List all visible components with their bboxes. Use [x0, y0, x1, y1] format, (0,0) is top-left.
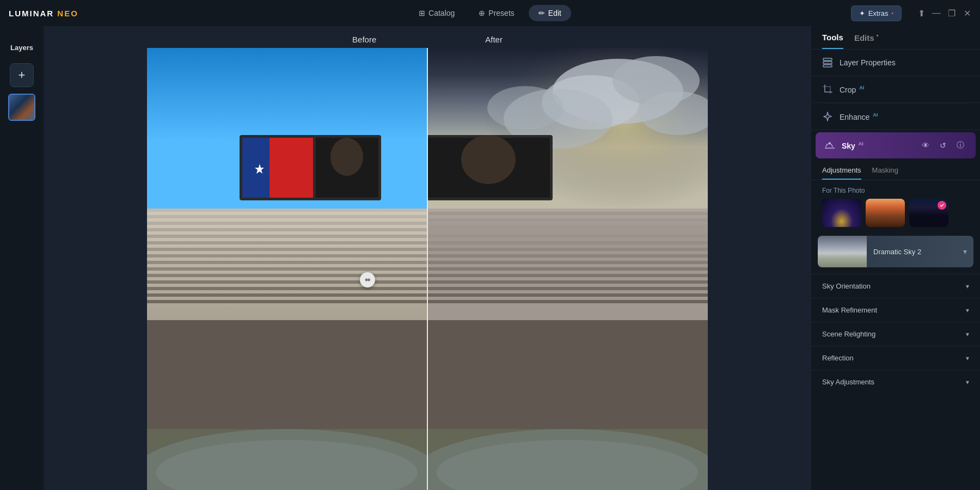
minimize-btn[interactable]: —	[932, 9, 941, 17]
svg-rect-9	[147, 254, 427, 258]
divider-handle[interactable]: ⇔	[360, 272, 375, 287]
crop-icon	[822, 84, 833, 95]
sky-tool-icons: 👁 ↺ ⓘ	[919, 139, 967, 152]
main-area: Layers + Before After	[0, 26, 980, 490]
layers-title: Layers	[10, 44, 33, 52]
svg-point-63	[829, 142, 831, 144]
enhance-icon	[822, 111, 833, 122]
photo-before	[147, 48, 427, 490]
svg-rect-4	[147, 222, 427, 225]
svg-rect-38	[427, 209, 708, 212]
window-controls: ⬆ — ❐ ✕	[917, 9, 971, 17]
sky-orientation-chevron-icon: ▾	[966, 283, 969, 290]
svg-rect-47	[427, 267, 708, 271]
divider-arrows-icon: ⇔	[365, 276, 370, 284]
upload-btn[interactable]: ⬆	[917, 9, 926, 17]
reflection-header[interactable]: Reflection ▾	[811, 346, 980, 370]
preset-active-indicator	[938, 201, 946, 210]
tools-tab[interactable]: Tools	[822, 33, 843, 49]
sky-ai-badge: AI	[859, 141, 863, 146]
sky-adjustments-chevron-icon: ▾	[966, 378, 969, 386]
layers-panel: Layers +	[0, 26, 44, 490]
sky-adjustments-header[interactable]: Sky Adjustments ▾	[811, 370, 980, 394]
crop-tool[interactable]: Crop AI	[811, 76, 980, 103]
sky-selector-label: Dramatic Sky 2	[867, 248, 963, 256]
svg-point-55	[461, 135, 516, 184]
svg-rect-40	[427, 222, 708, 225]
svg-rect-7	[147, 241, 427, 244]
layer-properties-label: Layer Properties	[840, 58, 969, 67]
edits-tab[interactable]: Edits •	[854, 33, 878, 49]
extras-icon: ✦	[859, 9, 865, 17]
edits-dot: •	[877, 33, 879, 39]
enhance-label: Enhance AI	[840, 112, 969, 121]
svg-rect-3	[147, 215, 427, 218]
sky-icon	[824, 140, 835, 151]
nav-bar: ⊞ Catalog ⊕ Presets ✏ Edit	[409, 5, 571, 21]
svg-rect-59	[427, 429, 708, 490]
layer-properties-tool[interactable]: Layer Properties	[811, 50, 980, 76]
svg-rect-44	[427, 248, 708, 251]
presets-nav-btn[interactable]: ⊕ Presets	[469, 5, 524, 21]
reflection-label: Reflection	[822, 354, 854, 362]
svg-rect-13	[147, 280, 427, 284]
titlebar: LUMINAR NEO ⊞ Catalog ⊕ Presets ✏ Edit ✦…	[0, 0, 980, 26]
mask-refinement-header[interactable]: Mask Refinement ▾	[811, 298, 980, 322]
sky-eye-icon[interactable]: 👁	[919, 139, 932, 152]
mask-refinement-label: Mask Refinement	[822, 306, 877, 314]
svg-point-24	[330, 138, 363, 176]
add-layer-button[interactable]: +	[10, 63, 34, 87]
edit-nav-btn[interactable]: ✏ Edit	[529, 5, 571, 21]
app-logo: LUMINAR NEO	[9, 9, 78, 18]
svg-rect-45	[427, 254, 708, 258]
svg-rect-8	[147, 248, 427, 251]
maximize-btn[interactable]: ❐	[947, 9, 956, 17]
edit-icon: ✏	[538, 9, 545, 17]
photo-after	[427, 48, 708, 490]
sky-label: Sky AI	[842, 141, 863, 150]
adjustments-tab[interactable]: Adjustments	[822, 166, 861, 180]
svg-rect-16	[147, 300, 427, 303]
crop-ai-badge: AI	[859, 85, 864, 90]
catalog-icon: ⊞	[419, 9, 425, 17]
svg-rect-11	[147, 267, 427, 271]
sky-info-icon[interactable]: ⓘ	[954, 139, 967, 152]
svg-rect-10	[147, 261, 427, 264]
layer-thumbnail[interactable]	[8, 94, 35, 121]
for-this-photo-label: For This Photo	[811, 180, 980, 199]
sky-preset-1[interactable]	[822, 199, 861, 227]
sky-orientation-header[interactable]: Sky Orientation ▾	[811, 274, 980, 298]
after-label: After	[474, 33, 513, 46]
extras-button[interactable]: ✦ Extras •	[851, 5, 902, 21]
right-panel: Tools Edits • Layer Properties	[811, 26, 980, 490]
sky-orientation-label: Sky Orientation	[822, 282, 871, 290]
extras-dot: •	[891, 10, 893, 16]
svg-rect-28	[147, 429, 427, 490]
svg-rect-5	[147, 228, 427, 231]
svg-rect-43	[427, 241, 708, 244]
scene-relighting-header[interactable]: Scene Relighting ▾	[811, 322, 980, 346]
svg-rect-14	[147, 287, 427, 290]
svg-rect-52	[427, 300, 708, 303]
catalog-nav-btn[interactable]: ⊞ Catalog	[409, 5, 464, 21]
sky-tool[interactable]: Sky AI 👁 ↺ ⓘ	[816, 132, 976, 158]
sky-adjustments-section: Sky Adjustments ▾	[811, 370, 980, 394]
sky-adjustments-label: Sky Adjustments	[822, 378, 874, 386]
layer-thumbnail-preview	[9, 95, 34, 120]
sky-undo-icon[interactable]: ↺	[936, 139, 950, 152]
dramatic-sky-selector[interactable]: Dramatic Sky 2 ▾	[818, 236, 973, 267]
svg-point-35	[487, 86, 564, 130]
scene-relighting-label: Scene Relighting	[822, 330, 875, 338]
masking-tab[interactable]: Masking	[872, 166, 898, 180]
before-after-labels: Before After	[44, 33, 811, 46]
enhance-tool[interactable]: Enhance AI	[811, 103, 980, 130]
sky-preset-3[interactable]	[909, 199, 948, 227]
sky-selector-preview	[818, 236, 867, 267]
close-btn[interactable]: ✕	[963, 9, 971, 17]
canvas-area: Before After	[44, 26, 811, 490]
plus-icon: +	[19, 68, 26, 82]
svg-rect-61	[823, 62, 832, 64]
sky-preset-2[interactable]	[866, 199, 905, 227]
sky-presets-row	[811, 199, 980, 234]
mask-refinement-section: Mask Refinement ▾	[811, 298, 980, 322]
